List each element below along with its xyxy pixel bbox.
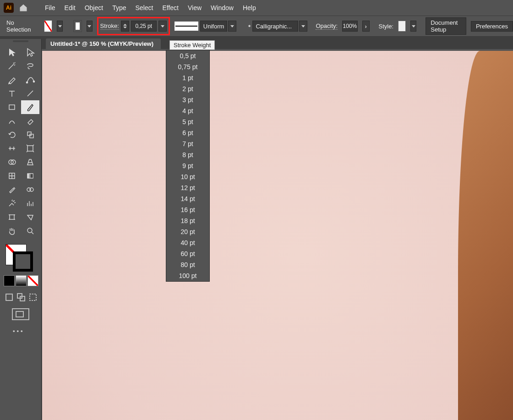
stroke-weight-option[interactable]: 20 pt	[166, 226, 209, 237]
scale-tool[interactable]	[21, 128, 39, 142]
panel-grip-icon[interactable]	[0, 39, 41, 44]
stroke-weight-option[interactable]: 18 pt	[166, 215, 209, 226]
svg-rect-14	[6, 294, 12, 300]
stroke-weight-option[interactable]: 2 pt	[166, 83, 209, 94]
brush-select[interactable]: Calligraphic...	[252, 21, 298, 32]
stroke-weight-option[interactable]: 8 pt	[166, 149, 209, 160]
fill-swatch-dropdown[interactable]	[57, 21, 63, 32]
eyedropper-tool[interactable]	[3, 183, 21, 196]
menu-effect[interactable]: Effect	[158, 2, 183, 13]
stroke-weight-option[interactable]: 4 pt	[166, 105, 209, 116]
hand-tool[interactable]	[3, 224, 21, 238]
stroke-weight-option[interactable]: 100 pt	[166, 270, 209, 281]
line-segment-tool[interactable]	[21, 87, 39, 100]
svg-point-11	[30, 188, 33, 191]
column-graph-tool[interactable]	[21, 196, 39, 210]
more-tools-icon[interactable]: •••	[13, 327, 41, 334]
stroke-weight-option[interactable]: 5 pt	[166, 116, 209, 127]
brush-dropdown[interactable]	[299, 21, 307, 32]
draw-behind-icon[interactable]	[16, 293, 26, 302]
blend-tool[interactable]	[21, 183, 39, 196]
eraser-tool[interactable]	[21, 114, 39, 128]
stroke-weight-option[interactable]: 9 pt	[166, 160, 209, 171]
stroke-profile-select[interactable]: Uniform	[200, 21, 228, 32]
stroke-weight-option[interactable]: 0,5 pt	[166, 50, 209, 61]
style-swatch[interactable]	[398, 21, 406, 32]
slice-tool[interactable]	[21, 210, 39, 224]
pen-tool[interactable]	[3, 73, 21, 87]
draw-normal-icon[interactable]	[5, 293, 14, 302]
color-mode-gradient[interactable]	[16, 275, 27, 286]
direct-selection-tool[interactable]	[21, 45, 39, 59]
stroke-weight-option[interactable]: 12 pt	[166, 182, 209, 193]
stroke-weight-stepper[interactable]	[121, 21, 129, 32]
canvas-image-placeholder	[42, 51, 513, 420]
home-icon[interactable]	[18, 3, 28, 13]
menu-file[interactable]: File	[40, 2, 60, 13]
zoom-tool[interactable]	[21, 224, 39, 238]
screen-mode-icon[interactable]	[12, 308, 29, 320]
stroke-weight-input[interactable]: 0,25 pt	[131, 21, 157, 32]
menu-view[interactable]: View	[183, 2, 206, 13]
shape-builder-tool[interactable]	[3, 155, 21, 169]
menu-object[interactable]: Object	[80, 2, 108, 13]
perspective-tool[interactable]	[21, 155, 39, 169]
preferences-button[interactable]: Preferences	[471, 21, 513, 32]
stroke-weight-option[interactable]: 10 pt	[166, 171, 209, 182]
stroke-weight-option[interactable]: 60 pt	[166, 248, 209, 259]
stroke-weight-option[interactable]: 16 pt	[166, 204, 209, 215]
rectangle-tool[interactable]	[3, 100, 21, 114]
stroke-weight-option[interactable]: 40 pt	[166, 237, 209, 248]
stroke-weight-option[interactable]: 6 pt	[166, 127, 209, 138]
draw-mode-row	[5, 293, 41, 302]
svg-point-1	[33, 81, 34, 82]
stroke-weight-option[interactable]: 0,75 pt	[166, 61, 209, 72]
menu-select[interactable]: Select	[131, 2, 158, 13]
opacity-more[interactable]: ›	[362, 21, 370, 32]
brush-library-icon[interactable]: •	[248, 22, 251, 30]
menu-type[interactable]: Type	[108, 2, 131, 13]
stroke-weight-option[interactable]: 14 pt	[166, 193, 209, 204]
color-mode-row	[4, 275, 41, 286]
document-tab[interactable]: Untitled-1* @ 150 % (CMYK/Preview)	[46, 38, 161, 49]
stroke-proxy[interactable]	[13, 251, 33, 272]
stroke-profile-dropdown[interactable]	[228, 21, 236, 32]
draw-inside-icon[interactable]	[28, 293, 38, 302]
stroke-swatch[interactable]	[73, 20, 82, 32]
stroke-weight-option[interactable]: 3 pt	[166, 94, 209, 105]
fill-swatch[interactable]	[44, 20, 53, 32]
canvas[interactable]	[42, 51, 513, 420]
opacity-label[interactable]: Opacity:	[316, 22, 338, 30]
menu-edit[interactable]: Edit	[60, 2, 80, 13]
color-mode-solid[interactable]	[4, 275, 15, 286]
menu-window[interactable]: Window	[206, 2, 238, 13]
fill-stroke-proxy[interactable]	[5, 244, 33, 272]
shaper-tool[interactable]	[3, 114, 21, 128]
paintbrush-tool[interactable]	[21, 100, 39, 114]
stroke-weight-option[interactable]: 80 pt	[166, 259, 209, 270]
mesh-tool[interactable]	[3, 169, 21, 183]
stroke-weight-option[interactable]: 7 pt	[166, 138, 209, 149]
stroke-profile-preview[interactable]	[175, 22, 198, 31]
stroke-weight-dropdown[interactable]	[158, 21, 167, 32]
gradient-tool[interactable]	[21, 169, 39, 183]
free-transform-tool[interactable]	[21, 142, 39, 155]
symbol-sprayer-tool[interactable]	[3, 196, 21, 210]
width-tool[interactable]	[3, 142, 21, 155]
style-dropdown[interactable]	[410, 21, 416, 32]
curvature-tool[interactable]	[21, 73, 39, 87]
magic-wand-tool[interactable]	[3, 59, 21, 73]
stroke-weight-option[interactable]: 1 pt	[166, 72, 209, 83]
stroke-weight-label[interactable]: Stroke:	[100, 22, 119, 30]
type-tool[interactable]	[3, 87, 21, 100]
menu-help[interactable]: Help	[238, 2, 261, 13]
document-setup-button[interactable]: Document Setup	[426, 17, 466, 35]
lasso-tool[interactable]	[21, 59, 39, 73]
color-mode-none[interactable]	[27, 275, 38, 286]
artboard-tool[interactable]	[3, 210, 21, 224]
selection-state-label: No Selection	[6, 19, 31, 33]
selection-tool[interactable]	[3, 45, 21, 59]
opacity-input[interactable]: 100%	[342, 21, 358, 32]
rotate-tool[interactable]	[3, 128, 21, 142]
stroke-swatch-dropdown[interactable]	[87, 21, 93, 32]
